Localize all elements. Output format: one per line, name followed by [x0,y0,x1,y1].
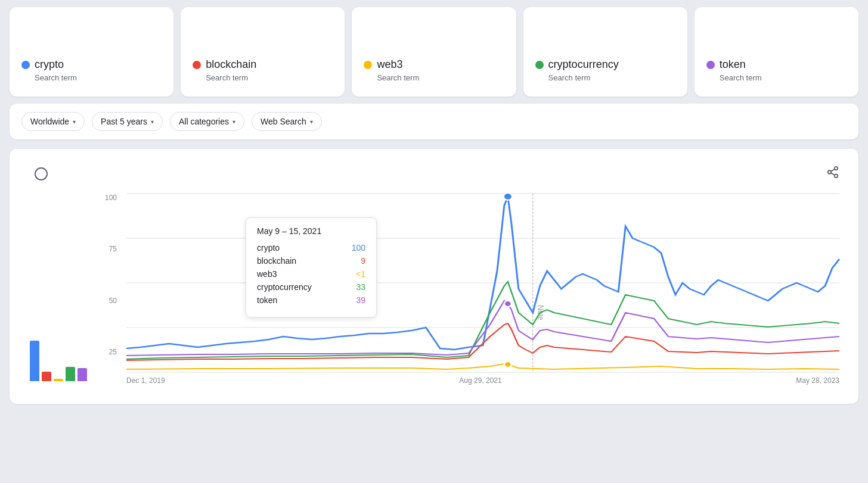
tooltip-row: cryptocurrency 33 [257,282,365,292]
avg-bar-cryptocurrency [66,367,75,381]
filters-row: Worldwide▾Past 5 years▾All categories▾We… [10,104,858,139]
chart-section: 100755025 Note [10,149,858,404]
x-axis-label: May 28, 2023 [796,376,839,385]
filter-type-label: Web Search [261,117,306,126]
y-axis-label: 100 [105,194,117,202]
chevron-down-icon: ▾ [310,119,313,125]
term-name-crypto: crypto [35,58,64,71]
term-dot-cryptocurrency [535,61,544,69]
term-type-token: Search term [720,73,847,82]
trend-chart: Note [126,194,839,372]
filter-location-label: Worldwide [30,117,69,126]
search-term-card-token[interactable]: token Search term [695,7,858,96]
chart-container: 100755025 Note [29,194,839,385]
tooltip-term-value: 33 [356,282,365,292]
average-section [29,334,88,385]
x-axis: Dec 1, 2019Aug 29, 2021May 28, 2023 [126,374,839,385]
avg-bar-web3 [54,379,63,381]
avg-bar-crypto [30,341,39,381]
term-name-web3: web3 [377,58,402,71]
filter-period-label: Past 5 years [101,117,147,126]
x-axis-label: Dec 1, 2019 [126,376,165,385]
tooltip-row: token 39 [257,295,365,305]
tooltip-term-label: web3 [257,269,277,279]
tooltip-row: crypto 100 [257,243,365,253]
tooltip-term-value: <1 [356,269,365,279]
term-type-crypto: Search term [35,73,162,82]
y-axis-label: 75 [109,245,117,253]
avg-bar-blockchain [42,372,51,381]
svg-point-12 [504,193,512,200]
tooltip-row: web3 <1 [257,269,365,279]
term-name-token: token [720,58,746,71]
svg-line-3 [831,173,835,175]
chevron-down-icon: ▾ [232,119,235,125]
y-axis-label: 50 [109,297,117,305]
tooltip-term-label: cryptocurrency [257,282,312,292]
filter-category-label: All categories [179,117,229,126]
share-icon[interactable] [826,166,839,182]
y-axis: 100755025 [100,194,122,356]
search-term-card-cryptocurrency[interactable]: cryptocurrency Search term [523,7,687,96]
tooltip-row: blockchain 9 [257,256,365,266]
term-dot-blockchain [193,61,201,69]
filter-period-button[interactable]: Past 5 years▾ [92,112,163,131]
filter-location-button[interactable]: Worldwide▾ [21,112,85,131]
term-type-web3: Search term [377,73,504,82]
search-terms-row: crypto Search term blockchain Search ter… [10,7,858,96]
chevron-down-icon: ▾ [73,119,76,125]
tooltip-term-value: 9 [361,256,365,266]
tooltip-term-value: 39 [356,295,365,305]
svg-line-4 [831,169,835,172]
tooltip-date: May 9 – 15, 2021 [257,226,365,236]
filter-category-button[interactable]: All categories▾ [170,112,244,131]
tooltip-term-label: blockchain [257,256,296,266]
tooltip-term-value: 100 [352,243,365,253]
help-icon[interactable] [35,167,48,180]
filter-type-button[interactable]: Web Search▾ [252,112,322,131]
search-term-card-blockchain[interactable]: blockchain Search term [181,7,345,96]
avg-bar-token [78,368,87,381]
term-dot-crypto [21,61,30,69]
tooltip-term-label: token [257,295,277,305]
term-name-blockchain: blockchain [206,58,256,71]
avg-bars [30,334,87,381]
term-type-cryptocurrency: Search term [548,73,675,82]
search-term-card-crypto[interactable]: crypto Search term [10,7,173,96]
term-dot-token [706,61,715,69]
tooltip-term-label: crypto [257,243,280,253]
svg-point-14 [504,362,512,367]
x-axis-label: Aug 29, 2021 [459,376,501,385]
main-chart: 100755025 Note [100,194,839,385]
svg-point-13 [504,301,512,307]
y-axis-label: 25 [109,348,117,356]
tooltip-box: May 9 – 15, 2021 crypto 100 blockchain 9… [246,217,377,317]
term-type-blockchain: Search term [206,73,333,82]
term-dot-web3 [364,61,372,69]
chevron-down-icon: ▾ [151,119,154,125]
term-name-cryptocurrency: cryptocurrency [548,58,619,71]
search-term-card-web3[interactable]: web3 Search term [352,7,516,96]
